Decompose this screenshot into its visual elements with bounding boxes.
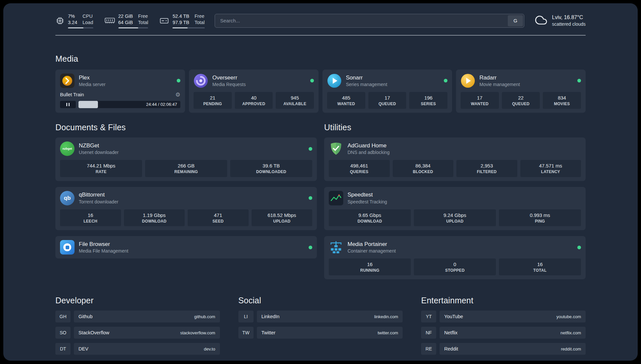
- stat-series: 196 SERIES: [409, 92, 447, 109]
- plex-icon: [60, 74, 75, 88]
- cpu-metric: 7% 3.24 CPU Load: [55, 13, 93, 28]
- bookmark-abbr: LI: [238, 311, 254, 322]
- stat-download: 1.19 Gbps DOWNLOAD: [124, 209, 185, 226]
- stat-ping: 0.993 ms PING: [499, 209, 581, 226]
- memory-icon: [105, 16, 115, 25]
- cpu-sublabel: Load: [82, 19, 93, 26]
- service-name: Sonarr: [346, 74, 387, 81]
- cpu-percent: 7%: [68, 13, 77, 19]
- status-dot: [309, 246, 312, 249]
- stat-running: 16 RUNNING: [329, 258, 411, 275]
- stat-remaining: 266 GB REMAINING: [145, 160, 227, 177]
- cpu-label: CPU: [82, 13, 93, 19]
- bookmark-name: Reddit: [444, 346, 458, 351]
- section-media: Media: [55, 54, 586, 113]
- filebrowser-icon: [60, 240, 75, 255]
- bookmark-name: Twitter: [261, 330, 276, 335]
- service-subtitle: Speedtest Tracking: [348, 199, 387, 205]
- bookmark-name: DEV: [78, 346, 88, 351]
- bookmark-linkedin[interactable]: LI LinkedIn linkedin.com: [238, 311, 403, 322]
- bookmark-reddit[interactable]: RE Reddit reddit.com: [421, 343, 586, 355]
- now-playing-title: Bullet Train: [60, 92, 84, 97]
- playback-progress-fill: [78, 101, 98, 108]
- bookmark-url: reddit.com: [561, 347, 581, 351]
- card-sonarr[interactable]: Sonarr Series management 485 WANTED 17 Q…: [322, 70, 452, 113]
- cloud-icon: [534, 14, 548, 27]
- gear-icon[interactable]: ⚙: [175, 91, 180, 98]
- bookmark-youtube[interactable]: YT YouTube youtube.com: [421, 311, 586, 322]
- cpu-icon: [55, 16, 65, 25]
- search: G: [215, 14, 524, 28]
- card-filebrowser[interactable]: File Browser Media File Management: [55, 236, 317, 258]
- bookmark-netflix[interactable]: NF Netflix netflix.com: [421, 327, 586, 339]
- section-title-documents: Documents & Files: [55, 123, 317, 132]
- weather-condition: scattered clouds: [552, 21, 586, 27]
- weather-widget[interactable]: Lviv, 16.87°C scattered clouds: [534, 14, 586, 27]
- card-portainer[interactable]: Media Portainer Container management 16 …: [324, 236, 586, 279]
- service-name: Speedtest: [348, 191, 387, 198]
- memory-total: 64 GiB: [118, 19, 133, 26]
- bookmark-dev[interactable]: DT DEV dev.to: [55, 343, 220, 355]
- qbittorrent-icon: qb: [60, 191, 75, 205]
- bookmark-stackoverflow[interactable]: SO StackOverflow stackoverflow.com: [55, 327, 220, 339]
- bookmark-twitter[interactable]: TW Twitter twitter.com: [238, 327, 403, 339]
- service-subtitle: Media server: [79, 81, 106, 87]
- bookmark-github[interactable]: GH Github github.com: [55, 311, 220, 322]
- card-qbittorrent[interactable]: qb qBittorrent Torrent downloader 16 LEE…: [55, 187, 317, 230]
- section-developer: Developer GH Github github.com SO StackO…: [55, 296, 220, 355]
- speedtest-icon: [329, 191, 343, 205]
- card-adguard[interactable]: AdGuard Home DNS and adblocking 498,461 …: [324, 137, 586, 181]
- service-subtitle: Movie management: [479, 81, 520, 87]
- portainer-icon: [329, 240, 343, 255]
- bookmark-url: dev.to: [204, 347, 215, 351]
- search-input[interactable]: [215, 14, 524, 28]
- cpu-usage-bar: [68, 27, 93, 28]
- status-dot: [577, 246, 581, 249]
- overseerr-icon: [194, 74, 208, 88]
- service-name: Radarr: [479, 74, 520, 81]
- bookmark-abbr: DT: [55, 343, 71, 355]
- disk-total-label: Total: [195, 19, 205, 26]
- bookmark-name: Github: [78, 314, 93, 319]
- card-overseerr[interactable]: Overseerr Media Requests 21 PENDING 40 A…: [189, 70, 319, 113]
- stat-downloaded: 39.6 TB DOWNLOADED: [230, 160, 312, 177]
- status-dot: [309, 147, 312, 151]
- status-dot: [309, 196, 312, 200]
- bookmark-url: netflix.com: [561, 330, 581, 335]
- section-entertainment: Entertainment YT YouTube youtube.com NF …: [421, 296, 586, 355]
- service-name: File Browser: [79, 241, 128, 248]
- disk-total: 97.9 TB: [172, 19, 189, 26]
- section-title-utilities: Utilities: [324, 123, 586, 132]
- disk-usage-bar: [172, 27, 204, 28]
- pause-button[interactable]: [60, 101, 76, 108]
- card-radarr[interactable]: Radarr Movie management 17 WANTED 22 QUE…: [456, 70, 586, 113]
- stat-queries: 498,461 QUERIES: [329, 160, 390, 177]
- service-name: Media Portainer: [348, 241, 396, 248]
- bookmark-url: linkedin.com: [374, 314, 398, 319]
- card-speedtest[interactable]: Speedtest Speedtest Tracking 9.65 Gbps D…: [324, 187, 586, 230]
- disk-free: 52.4 TB: [172, 13, 189, 19]
- bookmark-url: stackoverflow.com: [180, 330, 215, 335]
- memory-total-label: Total: [138, 19, 148, 26]
- stat-pending: 21 PENDING: [194, 92, 232, 109]
- nzbget-icon: nzbget: [60, 141, 75, 156]
- stat-wanted: 17 WANTED: [461, 92, 499, 109]
- bookmark-name: StackOverflow: [78, 330, 109, 335]
- memory-free: 22 GiB: [118, 13, 133, 19]
- service-subtitle: Series management: [346, 81, 387, 87]
- disk-free-label: Free: [195, 13, 205, 19]
- weather-location: Lviv, 16.87°C: [552, 14, 586, 21]
- playback-time: 24:44 / 02:06:47: [146, 102, 180, 107]
- search-provider-button[interactable]: G: [508, 15, 523, 26]
- stat-rate: 744.21 Mbps RATE: [60, 160, 142, 177]
- playback-progress-bar[interactable]: 24:44 / 02:06:47: [78, 101, 180, 108]
- bookmark-abbr: YT: [421, 311, 436, 322]
- bookmark-abbr: NF: [421, 327, 436, 339]
- service-name: Plex: [79, 74, 106, 81]
- card-plex[interactable]: Plex Media server Bullet Train ⚙: [55, 70, 185, 113]
- section-title-developer: Developer: [55, 296, 220, 305]
- stat-download: 9.65 Gbps DOWNLOAD: [329, 209, 411, 226]
- service-subtitle: Container management: [348, 248, 396, 254]
- card-nzbget[interactable]: nzbget NZBGet Usenet downloader 744.21 M…: [55, 137, 317, 181]
- bookmark-url: twitter.com: [378, 330, 398, 335]
